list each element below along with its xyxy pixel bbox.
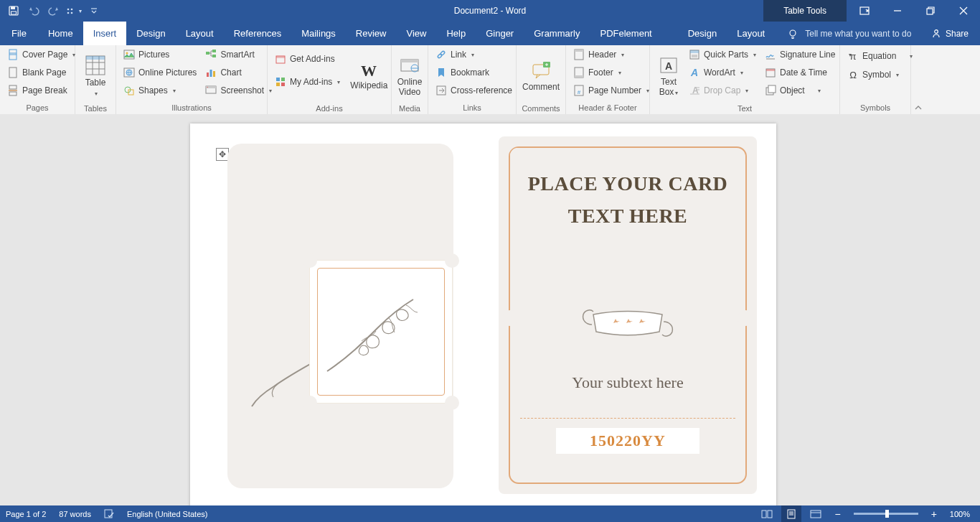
- group-label-links: Links: [428, 101, 516, 114]
- svg-text:A: A: [665, 60, 672, 72]
- online-video-button[interactable]: Online Video: [393, 47, 427, 103]
- equation-button[interactable]: πEquation ▾: [844, 48, 915, 64]
- card-left-panel[interactable]: [227, 144, 453, 488]
- page-number-button[interactable]: #Page Number▾: [570, 83, 652, 98]
- svg-rect-88: [762, 511, 766, 518]
- comment-button[interactable]: Comment: [518, 47, 564, 103]
- picture-placeholder[interactable]: [317, 268, 445, 396]
- card-right-panel[interactable]: PLACE YOUR CARD TEXT HERE Your subtext h…: [499, 136, 757, 494]
- share-button[interactable]: Share: [920, 22, 980, 45]
- svg-rect-47: [276, 78, 280, 81]
- text-box-button[interactable]: A Text Box▾: [654, 47, 683, 103]
- status-language[interactable]: English (United States): [127, 510, 208, 518]
- status-word-count[interactable]: 87 words: [59, 510, 91, 518]
- redo-button[interactable]: [44, 2, 63, 19]
- table-tools-contextual: Table Tools: [763, 0, 847, 22]
- card-subtext[interactable]: Your subtext here: [499, 373, 757, 392]
- blank-page-button[interactable]: Blank Page: [4, 65, 78, 80]
- header-button[interactable]: Header▾: [570, 47, 652, 62]
- my-addins-button[interactable]: My Add-ins▾: [272, 74, 343, 90]
- title-bar: ▾ Document2 - Word Table Tools Sign in: [0, 0, 980, 22]
- chart-button[interactable]: Chart: [202, 65, 275, 80]
- cross-reference-button[interactable]: Cross-reference: [433, 83, 515, 98]
- tab-insert[interactable]: Insert: [83, 22, 127, 45]
- minimize-button[interactable]: [881, 0, 914, 22]
- tab-grammarly[interactable]: Grammarly: [524, 22, 590, 45]
- svg-rect-89: [768, 511, 772, 518]
- quick-parts-button[interactable]: Quick Parts▾: [686, 47, 759, 62]
- group-label-comments: Comments: [517, 103, 565, 114]
- zoom-in-button[interactable]: +: [927, 508, 941, 520]
- drop-cap-button[interactable]: ADrop Cap▾: [686, 83, 759, 98]
- bookmark-button[interactable]: Bookmark: [433, 65, 515, 80]
- tab-review[interactable]: Review: [346, 22, 397, 45]
- qat-customize-button[interactable]: [85, 2, 103, 19]
- print-layout-button[interactable]: [781, 505, 801, 522]
- read-mode-button[interactable]: [757, 505, 777, 522]
- group-media: Online Video Media: [392, 45, 428, 114]
- cover-page-button[interactable]: Cover Page▾: [4, 47, 78, 62]
- restore-button[interactable]: [914, 0, 947, 22]
- ribbon-display-options-button[interactable]: [848, 0, 881, 22]
- svg-rect-40: [210, 70, 212, 77]
- quick-access-toolbar: ▾: [0, 2, 103, 19]
- tab-references[interactable]: References: [224, 22, 291, 45]
- tab-layout[interactable]: Layout: [176, 22, 224, 45]
- smartart-button[interactable]: SmartArt: [202, 47, 275, 62]
- svg-point-44: [207, 87, 208, 88]
- picture-frame[interactable]: [309, 260, 453, 404]
- tab-home[interactable]: Home: [38, 22, 83, 45]
- qat-more-button[interactable]: ▾: [65, 2, 83, 19]
- screenshot-button[interactable]: Screenshot▾: [202, 83, 275, 98]
- zoom-out-button[interactable]: −: [830, 508, 844, 520]
- save-button[interactable]: [4, 2, 23, 19]
- group-label-text: Text: [650, 103, 839, 114]
- svg-rect-38: [212, 55, 216, 57]
- symbol-button[interactable]: ΩSymbol▾: [844, 67, 915, 83]
- card-heading[interactable]: PLACE YOUR CARD TEXT HERE: [520, 168, 735, 233]
- online-pictures-button[interactable]: Online Pictures: [121, 65, 199, 80]
- svg-rect-20: [9, 85, 17, 89]
- tab-file[interactable]: File: [0, 22, 38, 45]
- tab-table-design[interactable]: Design: [678, 22, 727, 45]
- wordart-button[interactable]: AWordArt▾: [686, 65, 759, 80]
- link-button[interactable]: Link▾: [433, 47, 515, 62]
- page[interactable]: ✥ PLACE YOUR CARD: [190, 123, 776, 505]
- proofing-icon[interactable]: [104, 508, 114, 520]
- comment-icon: [530, 60, 552, 80]
- wikipedia-button[interactable]: W Wikipedia: [346, 47, 392, 103]
- tab-ginger[interactable]: Ginger: [476, 22, 524, 45]
- undo-button[interactable]: [24, 2, 43, 19]
- group-label-illustrations: Illustrations: [116, 101, 267, 114]
- status-page[interactable]: Page 1 of 2: [6, 510, 46, 518]
- tell-me-placeholder: Tell me what you want to do: [805, 29, 911, 39]
- tab-help[interactable]: Help: [436, 22, 476, 45]
- svg-point-57: [440, 51, 445, 56]
- flower-sketch-icon: [320, 271, 442, 393]
- pictures-button[interactable]: Pictures: [121, 47, 199, 62]
- web-layout-button[interactable]: [806, 505, 826, 522]
- scroll-ornament-icon: [499, 303, 757, 343]
- tab-view[interactable]: View: [396, 22, 436, 45]
- card-date[interactable]: 150220YY: [556, 428, 699, 454]
- document-area[interactable]: ✥ PLACE YOUR CARD: [0, 114, 980, 505]
- group-text: A Text Box▾ Quick Parts▾ AWordArt▾ ADrop…: [650, 45, 840, 114]
- tab-mailings[interactable]: Mailings: [291, 22, 346, 45]
- close-button[interactable]: [947, 0, 980, 22]
- group-illustrations: Pictures Online Pictures Shapes▾ SmartAr…: [116, 45, 268, 114]
- zoom-slider[interactable]: [854, 513, 918, 515]
- svg-rect-28: [86, 56, 105, 60]
- table-button[interactable]: Table▾: [80, 47, 110, 103]
- tell-me-search[interactable]: Tell me what you want to do: [788, 22, 911, 45]
- tab-table-layout[interactable]: Layout: [727, 22, 775, 45]
- collapse-ribbon-button[interactable]: [911, 45, 925, 114]
- footer-button[interactable]: Footer▾: [570, 65, 652, 80]
- tab-design[interactable]: Design: [126, 22, 175, 45]
- tab-pdfelement[interactable]: PDFelement: [590, 22, 661, 45]
- svg-point-5: [67, 12, 70, 14]
- svg-rect-84: [768, 85, 776, 93]
- shapes-button[interactable]: Shapes▾: [121, 83, 199, 98]
- get-addins-button[interactable]: Get Add-ins: [272, 51, 343, 67]
- page-break-button[interactable]: Page Break: [4, 83, 78, 98]
- zoom-level[interactable]: 100%: [950, 510, 970, 518]
